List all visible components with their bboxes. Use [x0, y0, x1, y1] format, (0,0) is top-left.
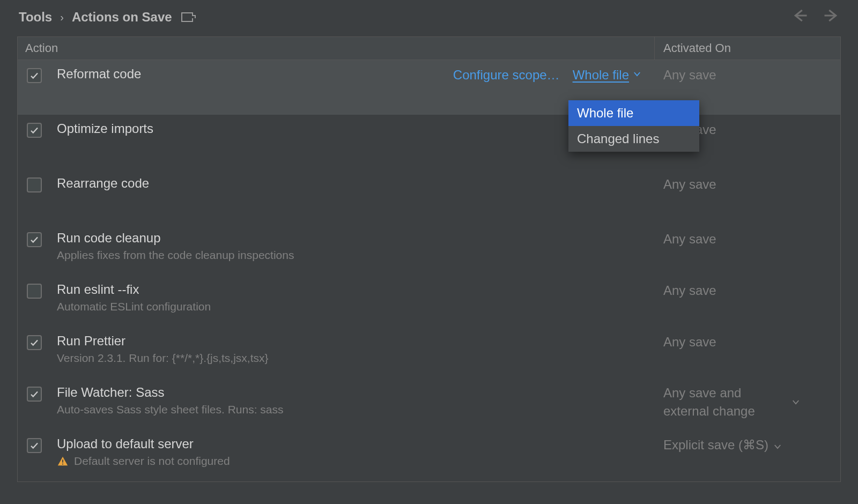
- activated-on-dropdown[interactable]: Any save and external change: [655, 379, 840, 420]
- configure-scope-link[interactable]: Configure scope…: [453, 68, 560, 83]
- action-label: File Watcher: Sass: [57, 385, 644, 400]
- checkbox[interactable]: [27, 284, 42, 299]
- chevron-down-icon: [632, 68, 642, 82]
- reset-icon[interactable]: [181, 12, 193, 22]
- action-label: Upload to default server: [57, 436, 644, 451]
- action-label: Run eslint --fix: [57, 282, 644, 297]
- nav-arrows: [792, 8, 839, 27]
- checkbox[interactable]: [27, 68, 42, 83]
- checkbox[interactable]: [27, 232, 42, 247]
- table-row[interactable]: Rearrange code Any save: [18, 169, 840, 224]
- activated-on: Any save: [655, 276, 840, 298]
- table-row[interactable]: Reformat code Configure scope… Whole fil…: [18, 60, 840, 115]
- checkbox[interactable]: [27, 123, 42, 138]
- activated-on: Any save: [655, 224, 840, 247]
- table-row[interactable]: Upload to default server Default server …: [18, 430, 840, 481]
- breadcrumb-root[interactable]: Tools: [19, 10, 52, 25]
- action-label: Rearrange code: [57, 176, 644, 191]
- scope-dropdown-menu: Whole file Changed lines: [568, 100, 699, 152]
- svg-rect-0: [62, 459, 63, 463]
- action-subtitle: Applies fixes from the code cleanup insp…: [57, 249, 644, 262]
- table-row[interactable]: Run eslint --fix Automatic ESLint config…: [18, 276, 840, 327]
- table-row[interactable]: Run Prettier Version 2.3.1. Run for: {**…: [18, 327, 840, 379]
- checkbox[interactable]: [27, 335, 42, 350]
- table-row[interactable]: File Watcher: Sass Auto-saves Sass style…: [18, 379, 840, 430]
- action-label: Run Prettier: [57, 333, 644, 349]
- forward-icon[interactable]: [823, 8, 839, 27]
- chevron-down-icon: [773, 438, 782, 455]
- checkbox[interactable]: [27, 438, 42, 453]
- action-subtitle: Default server is not configured: [57, 455, 644, 468]
- checkbox[interactable]: [27, 387, 42, 402]
- back-icon[interactable]: [792, 8, 808, 27]
- breadcrumb: Tools › Actions on Save: [0, 0, 858, 36]
- dropdown-item-changed-lines[interactable]: Changed lines: [568, 126, 699, 152]
- dropdown-item-whole-file[interactable]: Whole file: [568, 100, 699, 126]
- action-label: Reformat code: [57, 66, 442, 81]
- action-label: Run code cleanup: [57, 231, 644, 246]
- action-subtitle: Automatic ESLint configuration: [57, 300, 644, 313]
- activated-on-dropdown[interactable]: Explicit save (⌘S): [655, 430, 840, 455]
- svg-rect-1: [62, 464, 63, 465]
- activated-on: Any save: [655, 327, 840, 350]
- actions-table: Action Activated On Reformat code Config…: [17, 36, 841, 482]
- chevron-down-icon: [791, 384, 801, 412]
- activated-on: Any save: [655, 60, 840, 83]
- table-row[interactable]: Optimize imports Any save: [18, 115, 840, 169]
- column-action-header[interactable]: Action: [18, 41, 654, 55]
- action-label: Optimize imports: [57, 121, 644, 136]
- action-subtitle: Version 2.3.1. Run for: {**/*,*}.{js,ts,…: [57, 352, 644, 365]
- column-activated-header[interactable]: Activated On: [654, 37, 840, 60]
- checkbox[interactable]: [27, 177, 42, 192]
- breadcrumb-title: Actions on Save: [72, 10, 172, 25]
- action-subtitle: Auto-saves Sass style sheet files. Runs:…: [57, 403, 644, 416]
- breadcrumb-separator: ›: [60, 11, 64, 24]
- scope-value: Whole file: [573, 68, 629, 83]
- activated-on: Any save: [655, 169, 840, 192]
- table-row[interactable]: Run code cleanup Applies fixes from the …: [18, 224, 840, 276]
- table-header: Action Activated On: [18, 37, 840, 60]
- warning-icon: [57, 455, 69, 467]
- scope-dropdown[interactable]: Whole file: [573, 68, 642, 83]
- table-body: Reformat code Configure scope… Whole fil…: [18, 60, 840, 481]
